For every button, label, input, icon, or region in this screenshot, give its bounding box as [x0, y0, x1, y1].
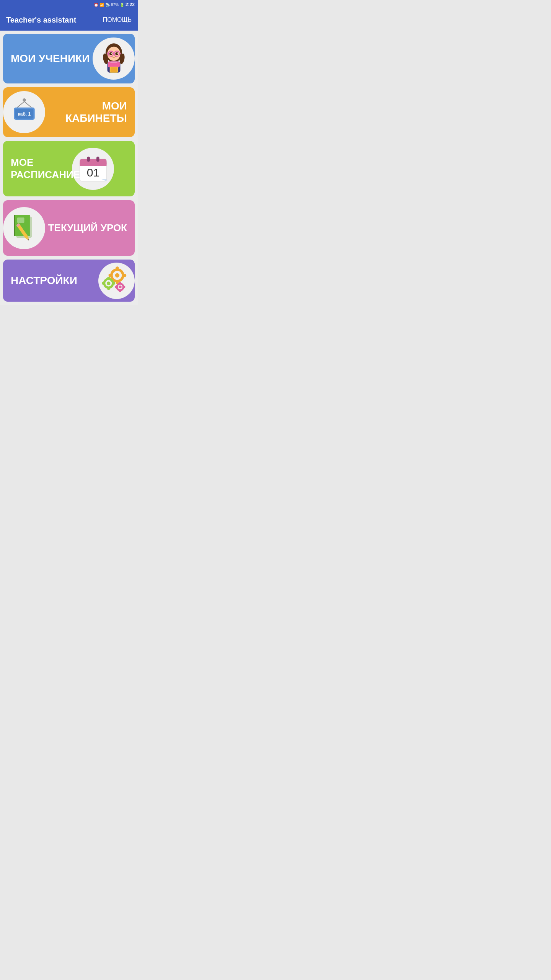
svg-rect-28 [80, 162, 106, 166]
svg-point-12 [117, 55, 120, 57]
card-lesson-label: ТЕКУЩИЙ УРОК [45, 222, 127, 234]
svg-rect-30 [96, 157, 99, 162]
battery-icon: 🔋 [120, 3, 124, 7]
svg-rect-35 [17, 217, 24, 223]
card-settings-label: НАСТРОЙКИ [11, 274, 98, 287]
card-students[interactable]: МОИ УЧЕНИКИ [3, 34, 135, 83]
svg-point-7 [109, 52, 112, 55]
help-button[interactable]: ПОМОЩЬ [103, 16, 132, 23]
alarm-icon: ⏰ [94, 3, 98, 7]
svg-point-42 [115, 273, 119, 277]
student-girl-icon [98, 42, 130, 75]
gears-icon [98, 265, 135, 297]
svg-text:каб. 1: каб. 1 [18, 111, 31, 117]
card-settings[interactable]: НАСТРОЙКИ [3, 260, 135, 302]
svg-rect-58 [119, 290, 121, 292]
svg-point-11 [108, 55, 111, 57]
svg-rect-29 [87, 157, 90, 162]
card-cabinets[interactable]: каб. 1 МОИ КАБИНЕТЫ [3, 87, 135, 137]
cabinet-icon-circle: каб. 1 [3, 91, 45, 133]
svg-rect-51 [107, 277, 110, 279]
svg-point-8 [115, 52, 118, 55]
battery-label: 87% [111, 3, 119, 7]
svg-point-20 [23, 98, 26, 101]
svg-rect-53 [102, 282, 104, 284]
svg-line-5 [106, 53, 108, 54]
card-schedule-label: МОЕ РАСПИСАНИЕ [11, 157, 72, 180]
card-lesson[interactable]: ТЕКУЩИЙ УРОК [3, 200, 135, 256]
card-schedule[interactable]: МОЕ РАСПИСАНИЕ 01 [3, 141, 135, 196]
card-students-label: МОИ УЧЕНИКИ [11, 52, 93, 65]
svg-rect-45 [109, 274, 112, 277]
svg-line-21 [17, 101, 24, 107]
card-cabinets-label: МОИ КАБИНЕТЫ [45, 100, 127, 124]
app-title: Teacher's assistant [6, 16, 76, 24]
svg-rect-54 [113, 282, 115, 284]
cabinet-sign-icon: каб. 1 [8, 96, 41, 129]
status-time: 2:22 [126, 2, 135, 7]
app-bar: Teacher's assistant ПОМОЩЬ [0, 9, 138, 31]
svg-rect-52 [107, 287, 110, 290]
svg-rect-57 [119, 282, 121, 284]
svg-rect-59 [115, 286, 117, 288]
svg-line-6 [119, 53, 121, 54]
main-content: МОИ УЧЕНИКИ [0, 31, 138, 305]
svg-text:01: 01 [86, 166, 99, 179]
student-icon-circle [93, 38, 135, 80]
wifi-icon: 📶 [99, 3, 104, 7]
signal-icon: 📡 [105, 3, 110, 7]
book-pencil-icon [8, 212, 41, 244]
svg-point-56 [119, 285, 122, 288]
status-bar: ⏰ 📶 📡 87% 🔋 2:22 [0, 0, 138, 9]
calendar-icon: 01 [77, 152, 109, 185]
svg-rect-17 [111, 67, 117, 72]
svg-point-9 [111, 53, 111, 54]
settings-icon-circle [98, 263, 135, 299]
svg-point-50 [107, 281, 110, 285]
svg-rect-15 [110, 61, 117, 63]
lesson-icon-circle [3, 207, 45, 249]
status-icons: ⏰ 📶 📡 87% 🔋 2:22 [94, 2, 135, 7]
svg-line-22 [24, 101, 31, 107]
svg-point-10 [117, 53, 117, 54]
svg-rect-60 [123, 286, 125, 288]
